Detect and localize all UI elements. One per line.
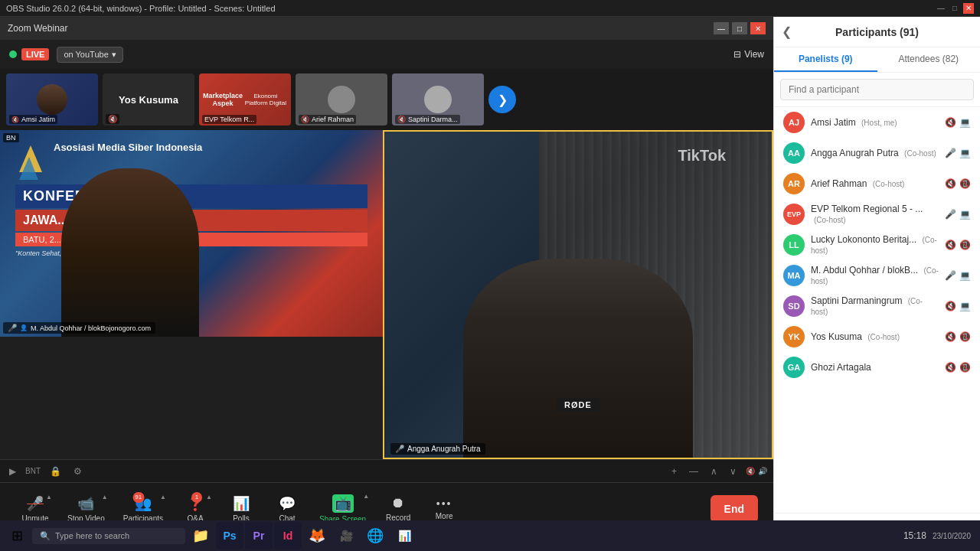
panel-collapse-button[interactable]: ❮	[782, 24, 792, 39]
rode-mic-label: RØDE	[557, 398, 599, 412]
obs-down-btn[interactable]: ∨	[727, 465, 740, 478]
obs-up-btn[interactable]: ∧	[707, 465, 720, 478]
participant-item-arief[interactable]: AR Arief Rahman (Co-host) 🔇 📵	[774, 168, 980, 199]
participant-item-ghozi[interactable]: GA Ghozi Artagala 🔇 📵	[774, 352, 980, 383]
taskbar-zoom-icon[interactable]: 🎥	[332, 522, 360, 549]
conference-org-text: Asosiasi Media Siber Indonesia	[54, 142, 202, 155]
participant-item-evp[interactable]: EVP EVP Telkom Regional 5 - ... (Co-host…	[774, 199, 980, 230]
taskbar-browser-icon[interactable]: 🌐	[361, 522, 389, 549]
zoom-title-bar: Zoom Webinar — □ ✕	[0, 17, 773, 40]
mic-muted-lucky: 🔇	[945, 240, 956, 250]
tiktok-logo: TikTok	[678, 147, 726, 165]
obs-settings-btn[interactable]: ⚙	[70, 465, 85, 478]
taskbar-ps-icon[interactable]: Ps	[216, 522, 243, 549]
participant-name-amsi: Amsi Jatim (Host, me)	[811, 117, 939, 128]
participant-icons-lucky: 🔇 📵	[945, 240, 971, 250]
share-screen-icon: 📺	[332, 494, 354, 513]
record-icon: ⏺	[391, 495, 405, 511]
thumbnail-arief[interactable]: 🔇 Arief Rahman	[296, 73, 387, 126]
left-person-overlay	[46, 168, 214, 337]
participant-item-amsi[interactable]: AJ Amsi Jatim (Host, me) 🔇 💻	[774, 107, 980, 138]
chat-icon: 💬	[279, 495, 296, 512]
thumbnail-evp[interactable]: Marketplace Aspek Ekonomi Platform Digit…	[199, 73, 291, 126]
thumb-yos-name: 🔇	[106, 114, 119, 124]
left-panel-avatar-icon: 👤	[20, 324, 28, 331]
zoom-minimize-btn[interactable]: —	[714, 22, 729, 34]
video-muted-ghozi: 📵	[959, 362, 971, 373]
video-muted-arief: 📵	[959, 178, 971, 189]
maximize-button[interactable]: □	[949, 3, 960, 14]
thumb-arief-label: 🔇 Arief Rahman	[299, 115, 356, 124]
obs-add-btn[interactable]: +	[668, 465, 680, 478]
taskbar-firefox-icon[interactable]: 🦊	[303, 522, 331, 549]
taskbar-search[interactable]: 🔍 Type here to search	[32, 528, 185, 544]
thumbnail-yos[interactable]: Yos Kusuma 🔇	[103, 73, 194, 126]
thumbnail-saptini[interactable]: 🔇 Saptini Darma...	[392, 73, 484, 126]
start-button[interactable]: ⊞	[3, 522, 31, 549]
taskbar-indesign-icon[interactable]: Id	[274, 522, 302, 549]
youtube-button[interactable]: on YouTube ▾	[57, 47, 122, 63]
participants-row: 🔇 Amsi Jatim Yos Kusuma 🔇 Marketplace As…	[0, 69, 773, 130]
taskbar-premiere-icon[interactable]: Pr	[245, 522, 273, 549]
participant-item-yos[interactable]: YK Yos Kusuma (Co-host) 🔇 📵	[774, 321, 980, 352]
participants-panel: ❮ Participants (91) Panelists (9) Attend…	[773, 17, 980, 551]
end-button[interactable]: End	[710, 495, 758, 523]
more-label: More	[436, 512, 453, 520]
windows-taskbar: ⊞ 🔍 Type here to search 📁 Ps Pr Id 🦊 🎥 🌐…	[0, 520, 980, 551]
participant-item-lucky[interactable]: LL Lucky Lokononto Beritaj... (Co-host) …	[774, 230, 980, 260]
video-saptini: 💻	[959, 301, 971, 311]
mic-muted-saptini: 🔇	[945, 301, 956, 311]
zoom-top-bar: LIVE on YouTube ▾ ⊟ View	[0, 40, 773, 69]
participant-item-saptini[interactable]: SD Saptini Darmaningrum (Co-host) 🔇 💻	[774, 291, 980, 321]
live-dot	[9, 51, 17, 58]
tab-attendees[interactable]: Attendees (82)	[877, 47, 981, 72]
obs-audio-controls: 🔇 🔊	[746, 467, 767, 475]
participant-search-input[interactable]	[780, 79, 974, 100]
panel-tabs: Panelists (9) Attendees (82)	[774, 47, 980, 73]
tab-panelists[interactable]: Panelists (9)	[774, 47, 877, 72]
avatar-arief: AR	[783, 173, 805, 194]
avatar-ghozi: GA	[783, 357, 805, 378]
thumbnail-amsi[interactable]: 🔇 Amsi Jatim	[6, 73, 98, 126]
participant-list: AJ Amsi Jatim (Host, me) 🔇 💻 AA Angga An…	[774, 107, 980, 513]
avatar-abdul: MA	[783, 265, 805, 286]
taskbar-right-area: 15:18 23/10/2020	[903, 530, 977, 541]
view-button[interactable]: ⊟ View	[733, 49, 764, 60]
taskbar-file-explorer[interactable]: 📁	[187, 522, 214, 549]
zoom-close-btn[interactable]: ✕	[750, 22, 766, 34]
left-panel-mic-icon: 🎤	[8, 324, 17, 332]
view-label: View	[744, 49, 764, 60]
mic-muted-ghozi: 🔇	[945, 362, 956, 373]
participant-name-yos: Yos Kusuma (Co-host)	[811, 331, 939, 342]
obs-lock-btn[interactable]: 🔒	[47, 465, 64, 478]
thumbnails-next-button[interactable]: ❯	[488, 86, 516, 113]
taskbar-time: 15:18	[903, 530, 926, 541]
participant-icons-abdul: 🎤 💻	[945, 270, 971, 281]
thumb-saptini-label: 🔇 Saptini Darma...	[395, 115, 460, 124]
thumb-evp-label: EVP Telkom R...	[202, 115, 256, 124]
right-panel-background: TikTok RØDE	[384, 132, 772, 458]
taskbar-search-icon: 🔍	[40, 531, 51, 541]
stop-video-icon: 📹	[77, 495, 94, 512]
close-button[interactable]: ✕	[963, 3, 974, 14]
minimize-button[interactable]: —	[936, 3, 946, 14]
right-panel-mic-icon: 🎤	[395, 445, 404, 453]
participant-name-evp: EVP Telkom Regional 5 - ... (Co-host)	[811, 204, 939, 225]
obs-scene-bar: ▶ BNT 🔒 ⚙ + — ∧ ∨ 🔇 🔊	[0, 459, 773, 482]
corner-label: BN	[3, 133, 19, 142]
taskbar-date: 23/10/2020	[933, 532, 971, 540]
avatar-angga: AA	[783, 142, 805, 164]
avatar-amsi: AJ	[783, 112, 805, 133]
taskbar-powerpoint-icon[interactable]: 📊	[390, 522, 418, 549]
participant-item-angga[interactable]: AA Angga Anugrah Putra (Co-host) 🎤 💻	[774, 138, 980, 168]
left-person-silhouette	[61, 168, 199, 337]
participant-icons-amsi: 🔇 💻	[945, 117, 971, 128]
participant-item-abdul[interactable]: MA M. Abdul Qohhar / blokB... (Co-host) …	[774, 260, 980, 291]
stop-video-chevron: ▲	[102, 494, 108, 500]
zoom-maximize-btn[interactable]: □	[732, 22, 747, 34]
participant-name-saptini: Saptini Darmaningrum (Co-host)	[811, 295, 939, 317]
obs-play-btn[interactable]: ▶	[6, 465, 19, 478]
participant-name-ghozi: Ghozi Artagala	[811, 362, 939, 373]
obs-remove-btn[interactable]: —	[686, 465, 701, 478]
search-box	[774, 73, 980, 107]
